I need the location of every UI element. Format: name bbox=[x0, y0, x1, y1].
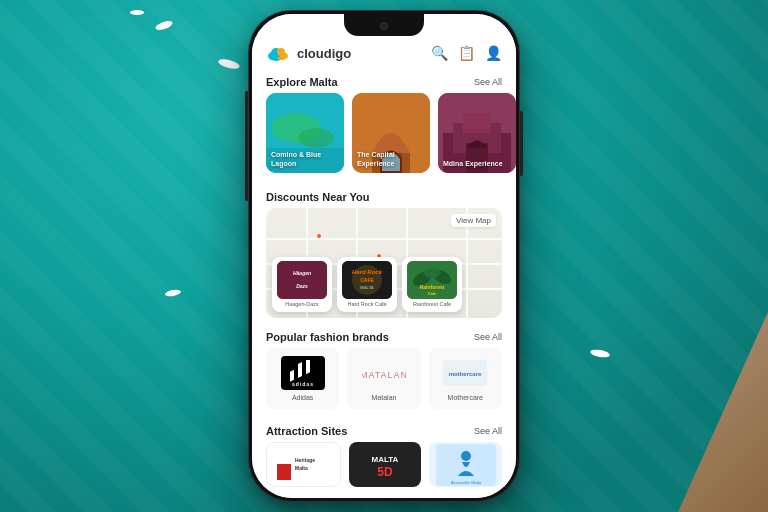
mothercare-label: Mothercare bbox=[448, 394, 483, 401]
svg-rect-34 bbox=[306, 360, 310, 374]
rocky-shore bbox=[618, 312, 768, 512]
svg-text:MALTA: MALTA bbox=[360, 285, 374, 290]
explore-card-label-1: Comino & Blue Lagoon bbox=[271, 151, 339, 168]
svg-text:Hard Rock: Hard Rock bbox=[352, 269, 383, 275]
heritage-malta-logo: Heritage Malta bbox=[273, 444, 333, 486]
cloudigo-logo-icon bbox=[266, 44, 292, 62]
svg-point-6 bbox=[298, 128, 334, 148]
svg-text:MALTA: MALTA bbox=[372, 455, 399, 464]
discounts-section: Discounts Near You bbox=[252, 183, 516, 318]
boat-4 bbox=[590, 348, 611, 358]
boat-3 bbox=[165, 289, 182, 298]
hardrock-logo: Hard Rock CAFE MALTA bbox=[342, 261, 392, 299]
rainforest-name: Rainforest Cafe bbox=[413, 301, 451, 308]
discount-card-hardrock[interactable]: Hard Rock CAFE MALTA Hard Rock Cafe bbox=[337, 257, 397, 312]
svg-text:5D: 5D bbox=[377, 465, 393, 479]
svg-text:Heritage: Heritage bbox=[295, 457, 315, 463]
discount-card-rainforest[interactable]: Rainforest Cafe Rainforest Cafe bbox=[402, 257, 462, 312]
svg-point-3 bbox=[277, 48, 285, 56]
svg-text:adidas: adidas bbox=[292, 381, 314, 386]
attractions-see-all[interactable]: See All bbox=[474, 426, 502, 436]
discount-card-haagen[interactable]: Häagen · Dazs Haagen-Dazs bbox=[272, 257, 332, 312]
boat-1 bbox=[154, 19, 173, 32]
phone-outer-frame: cloudigo 🔍 📋 👤 Explore Malta See All bbox=[249, 11, 519, 501]
malta5d-logo: MALTA 5D bbox=[355, 444, 415, 486]
svg-rect-41 bbox=[277, 450, 291, 464]
matalan-label: Matalan bbox=[372, 394, 397, 401]
bookmark-icon[interactable]: 📋 bbox=[458, 45, 475, 61]
scroll-content: Explore Malta See All 15% OFF bbox=[252, 68, 516, 498]
attraction-heritage[interactable]: Heritage Malta bbox=[266, 442, 341, 487]
mothercare-logo-container: mothercare bbox=[443, 356, 487, 390]
fashion-title: Popular fashion brands bbox=[266, 331, 389, 343]
matalan-logo-svg: MATALAN bbox=[362, 358, 406, 388]
fashion-see-all[interactable]: See All bbox=[474, 332, 502, 342]
front-camera bbox=[380, 22, 388, 30]
svg-text:MATALAN: MATALAN bbox=[362, 370, 406, 380]
explore-card-label-2: The Capital Experience bbox=[357, 151, 425, 168]
adidas-logo-container: adidas bbox=[281, 356, 325, 390]
svg-text:Rainforest: Rainforest bbox=[420, 284, 445, 290]
svg-point-48 bbox=[461, 451, 471, 461]
discounts-header: Discounts Near You bbox=[252, 183, 516, 208]
explore-card-mdina[interactable]: 10% OFF Mdina Experience bbox=[438, 93, 516, 173]
boat-5 bbox=[130, 10, 144, 15]
header-icons: 🔍 📋 👤 bbox=[431, 45, 502, 61]
logo-area: cloudigo bbox=[266, 44, 351, 62]
svg-text:Dazs: Dazs bbox=[296, 283, 308, 289]
accessible-malta-logo: Accessible Malta bbox=[436, 444, 496, 486]
adidas-label: Adidas bbox=[292, 394, 313, 401]
boat-2 bbox=[217, 57, 240, 70]
hardrock-logo-svg: Hard Rock CAFE MALTA bbox=[342, 261, 392, 299]
svg-point-28 bbox=[424, 268, 440, 278]
app-name-label: cloudigo bbox=[297, 46, 351, 61]
svg-text:Malta: Malta bbox=[295, 465, 308, 471]
explore-section-header: Explore Malta See All bbox=[252, 68, 516, 93]
adidas-logo-svg: adidas bbox=[285, 360, 321, 386]
map-pin-1 bbox=[316, 233, 322, 239]
rainforest-logo: Rainforest Cafe bbox=[407, 261, 457, 299]
svg-rect-33 bbox=[298, 362, 302, 378]
svg-rect-32 bbox=[290, 370, 294, 382]
svg-text:mothercare: mothercare bbox=[449, 371, 482, 377]
svg-text:Häagen: Häagen bbox=[293, 270, 311, 276]
attraction-accessible[interactable]: Accessible Malta bbox=[429, 442, 502, 487]
phone-mockup: cloudigo 🔍 📋 👤 Explore Malta See All bbox=[249, 11, 519, 501]
app-header: cloudigo 🔍 📋 👤 bbox=[252, 36, 516, 68]
fashion-section-header: Popular fashion brands See All bbox=[252, 323, 516, 348]
phone-screen: cloudigo 🔍 📋 👤 Explore Malta See All bbox=[252, 14, 516, 498]
svg-rect-14 bbox=[463, 113, 491, 133]
phone-notch bbox=[344, 14, 424, 36]
explore-card-label-3: Mdina Experience bbox=[443, 160, 511, 168]
explore-card-comino[interactable]: 15% OFF Comino & Blue Lagoon bbox=[266, 93, 344, 173]
search-icon[interactable]: 🔍 bbox=[431, 45, 448, 61]
attractions-title: Attraction Sites bbox=[266, 425, 347, 437]
user-icon[interactable]: 👤 bbox=[485, 45, 502, 61]
haagen-logo: Häagen · Dazs bbox=[277, 261, 327, 299]
explore-cards-row: 15% OFF Comino & Blue Lagoon bbox=[252, 93, 516, 183]
matalan-logo-container: MATALAN bbox=[362, 356, 406, 390]
attractions-section-header: Attraction Sites See All bbox=[252, 417, 516, 442]
haagen-name: Haagen-Dazs bbox=[285, 301, 319, 308]
mothercare-logo-svg: mothercare bbox=[443, 358, 487, 388]
discounts-title: Discounts Near You bbox=[266, 191, 370, 203]
haagen-logo-svg: Häagen · Dazs bbox=[277, 261, 327, 299]
svg-text:CAFE: CAFE bbox=[360, 277, 374, 283]
map-background: View Map Häagen bbox=[266, 208, 502, 318]
fashion-brands-row: adidas Adidas MATALAN bbox=[252, 348, 516, 417]
attractions-row: Heritage Malta MALTA 5D bbox=[252, 442, 516, 495]
discount-cards: Häagen · Dazs Haagen-Dazs bbox=[272, 257, 462, 312]
explore-title: Explore Malta bbox=[266, 76, 338, 88]
map-container[interactable]: View Map Häagen bbox=[266, 208, 502, 318]
brand-card-adidas[interactable]: adidas Adidas bbox=[266, 348, 339, 409]
brand-card-mothercare[interactable]: mothercare Mothercare bbox=[429, 348, 502, 409]
rainforest-logo-svg: Rainforest Cafe bbox=[407, 261, 457, 299]
view-map-link[interactable]: View Map bbox=[451, 214, 496, 227]
adidas-logo: adidas bbox=[281, 356, 325, 390]
explore-card-capital[interactable]: 10% OFF bbox=[352, 93, 430, 173]
svg-text:Accessible Malta: Accessible Malta bbox=[451, 480, 482, 485]
brand-card-matalan[interactable]: MATALAN Matalan bbox=[347, 348, 420, 409]
attraction-malta5d[interactable]: MALTA 5D bbox=[349, 442, 422, 487]
explore-see-all[interactable]: See All bbox=[474, 77, 502, 87]
svg-text:Cafe: Cafe bbox=[428, 291, 437, 296]
